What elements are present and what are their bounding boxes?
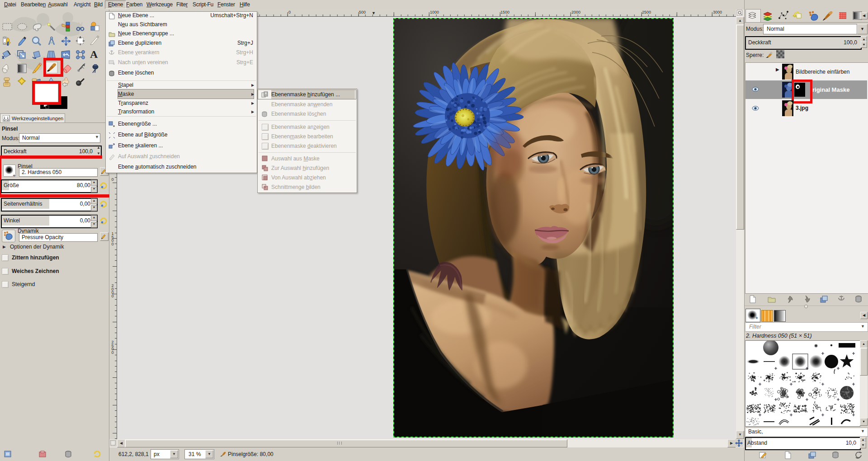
svg-text:A: A (90, 48, 98, 60)
